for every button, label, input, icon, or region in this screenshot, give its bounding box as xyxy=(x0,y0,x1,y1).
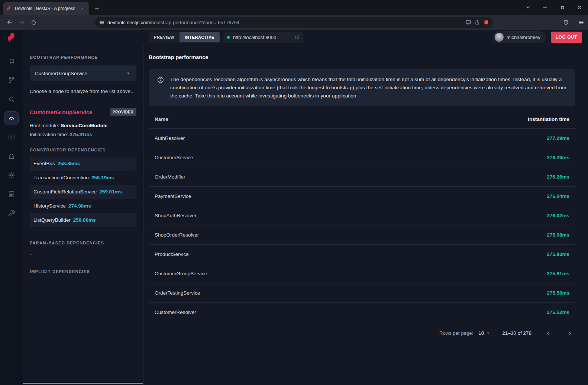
dep-item[interactable]: EventBus 258.85ms xyxy=(30,157,136,171)
rows-per-page-select[interactable]: 10 xyxy=(478,330,491,336)
info-banner: The dependencies resolution algorithm is… xyxy=(149,69,575,106)
table-row[interactable]: ShopOrderResolver 275.98ms xyxy=(149,225,575,245)
user-name: michaelbromley xyxy=(507,35,540,40)
table-header: Name Instantiation time xyxy=(149,110,575,129)
col-name: Name xyxy=(155,116,528,122)
logout-button[interactable]: LOG OUT xyxy=(551,32,582,43)
modules-bank-icon[interactable] xyxy=(4,149,19,163)
extensions-icon[interactable] xyxy=(563,19,569,26)
routes-icon[interactable] xyxy=(4,73,19,87)
address-bar[interactable]: devtools.nestjs.com/bootstrap-performanc… xyxy=(95,17,493,28)
rows-per-page-label: Rows per page: xyxy=(439,330,473,336)
param-deps-empty: - xyxy=(30,251,136,257)
performance-gauge-icon[interactable] xyxy=(4,111,19,125)
table-row[interactable]: CustomerService 276.29ms xyxy=(149,148,575,167)
init-time-value: 275.81ms xyxy=(70,132,92,137)
build-wrench-icon[interactable] xyxy=(4,206,19,220)
workspace: PREVIEW INTERACTIVE http://localhost:800… xyxy=(23,30,588,385)
window-controls xyxy=(520,0,588,15)
site-settings-icon[interactable] xyxy=(99,20,104,25)
url-text: devtools.nestjs.com/bootstrap-performanc… xyxy=(107,20,462,25)
info-icon xyxy=(157,76,164,84)
brave-shield-icon[interactable] xyxy=(483,19,489,25)
nestjs-logo[interactable] xyxy=(6,30,17,45)
graph-icon[interactable] xyxy=(4,54,19,68)
table-row[interactable]: CustomerResolver 275.52ms xyxy=(149,303,575,322)
user-chip[interactable]: michaelbromley xyxy=(493,31,546,43)
target-url-text: http://localhost:8000 xyxy=(233,35,291,40)
url-domain: devtools.nestjs.com xyxy=(107,20,150,25)
init-time-line: Initialization time: 275.81ms xyxy=(30,132,136,137)
table-row[interactable]: PaymentService 276.04ms xyxy=(149,187,575,206)
selected-node-name: CustomerGroupService xyxy=(30,109,92,115)
performance-table: Name Instantiation time AuthResolver 277… xyxy=(149,110,575,322)
host-module-line: Host module: ServiceCoreModule xyxy=(30,123,136,128)
caret-down-icon xyxy=(485,330,491,336)
next-page-icon[interactable] xyxy=(563,327,575,339)
nav-rail-items xyxy=(4,54,19,220)
previous-page-icon[interactable] xyxy=(543,327,555,339)
table-row[interactable]: ProductService 275.93ms xyxy=(149,245,575,264)
toolbar-right xyxy=(563,19,584,26)
logs-document-icon[interactable] xyxy=(4,187,19,201)
chevron-down-icon xyxy=(125,70,131,76)
nav-rail xyxy=(0,30,23,385)
interactive-mode-button[interactable]: INTERACTIVE xyxy=(180,32,220,42)
table-row[interactable]: ShopAuthResolver 276.02ms xyxy=(149,206,575,225)
reload-icon[interactable] xyxy=(28,16,39,28)
node-select[interactable]: CustomerGroupService xyxy=(30,65,136,81)
refresh-icon[interactable] xyxy=(294,35,300,40)
browser-tab-bar: Devtools | NestJS - A progressive xyxy=(0,0,588,15)
back-icon[interactable] xyxy=(4,16,16,28)
browser-window: Devtools | NestJS - A progressive xyxy=(0,0,588,385)
menu-icon[interactable] xyxy=(578,19,584,26)
content-row: BOOTSTRAP PERFORMANCE CustomerGroupServi… xyxy=(23,45,588,385)
sidebar-hint: Choose a node to analyze from the list a… xyxy=(30,88,136,96)
target-url-box[interactable]: http://localhost:8000 xyxy=(223,32,303,43)
header-right: michaelbromley LOG OUT xyxy=(493,31,582,43)
dep-item[interactable]: TransactionalConnection 258.19ms xyxy=(30,171,136,185)
inspect-search-icon[interactable] xyxy=(4,92,19,106)
dep-item[interactable]: HistoryService 274.98ms xyxy=(30,199,136,213)
mode-toggle: PREVIEW INTERACTIVE xyxy=(149,32,220,42)
dep-item[interactable]: ListQueryBuilder 259.06ms xyxy=(30,213,136,227)
status-dot xyxy=(227,36,230,39)
browser-tab[interactable]: Devtools | NestJS - A progressive xyxy=(3,2,89,15)
implicit-deps-title: IMPLICIT DEPENDENCIES xyxy=(30,269,136,274)
share-icon[interactable] xyxy=(474,19,480,25)
table-row[interactable]: CustomerGroupService 275.81ms xyxy=(149,264,575,283)
host-module-value: ServiceCoreModule xyxy=(61,123,107,128)
audit-check-icon[interactable] xyxy=(4,130,19,144)
app-header: PREVIEW INTERACTIVE http://localhost:800… xyxy=(23,30,588,45)
minimize-button[interactable] xyxy=(537,0,554,15)
send-to-device-icon[interactable] xyxy=(465,19,471,25)
forward-icon[interactable] xyxy=(16,16,28,28)
settings-gear-icon[interactable] xyxy=(4,168,19,182)
page-title: Bootstrap performance xyxy=(149,54,575,60)
implicit-deps-empty: - xyxy=(30,280,136,285)
panel-scrollbar[interactable] xyxy=(23,383,143,384)
maximize-button[interactable] xyxy=(554,0,571,15)
new-tab-button[interactable] xyxy=(93,4,101,13)
tab-close-icon[interactable] xyxy=(78,4,86,13)
pagination-range: 21–30 of 278 xyxy=(502,330,532,336)
nestjs-favicon xyxy=(6,6,12,12)
info-text: The dependencies resolution algorithm is… xyxy=(170,76,567,100)
dep-item[interactable]: CustomFieldRelationService 259.01ms xyxy=(30,185,136,199)
url-path: /bootstrap-performance?node=-65179764 xyxy=(150,20,239,25)
user-avatar xyxy=(495,33,504,42)
browser-toolbar: devtools.nestjs.com/bootstrap-performanc… xyxy=(0,15,588,30)
table-row[interactable]: OrderTestingService 275.56ms xyxy=(149,283,575,303)
table-row[interactable]: OrderModifier 276.26ms xyxy=(149,167,575,187)
table-row[interactable]: AuthResolver 277.29ms xyxy=(149,129,575,148)
sidebar-panel: BOOTSTRAP PERFORMANCE CustomerGroupServi… xyxy=(23,45,143,385)
constructor-deps-title: CONSTRUCTOR DEPENDENCIES xyxy=(30,148,136,152)
preview-mode-button[interactable]: PREVIEW xyxy=(149,32,180,42)
param-deps-title: PARAM-BASED DEPENDENCIES xyxy=(30,241,136,245)
pagination: Rows per page: 10 21–30 of 278 xyxy=(149,324,575,342)
main-content: Bootstrap performance The dependencies r… xyxy=(143,45,588,385)
tab-search-chevron-icon[interactable] xyxy=(520,0,537,15)
col-instantiation-time: Instantiation time xyxy=(528,116,569,122)
close-button[interactable] xyxy=(571,0,588,15)
app-root: PREVIEW INTERACTIVE http://localhost:800… xyxy=(0,30,588,385)
